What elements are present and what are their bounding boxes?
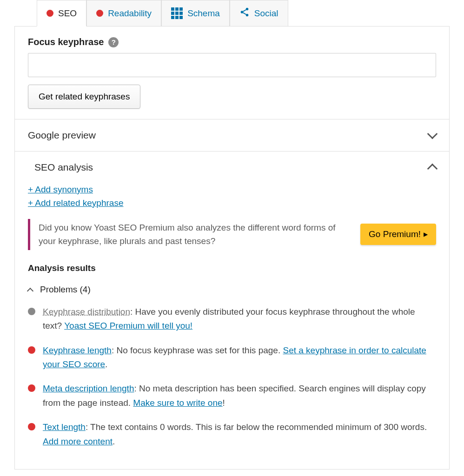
share-icon xyxy=(239,7,250,20)
result-label-link[interactable]: Keyphrase distribution xyxy=(43,307,130,317)
analysis-results-heading: Analysis results xyxy=(28,263,436,273)
results-list: Keyphrase distribution: Have you evenly … xyxy=(28,305,436,449)
chevron-up-icon xyxy=(27,288,33,294)
promo-text: Did you know Yoast SEO Premium also anal… xyxy=(39,221,351,248)
tab-label: Schema xyxy=(187,8,220,19)
result-text: Meta description length: No meta descrip… xyxy=(43,382,436,410)
result-item: Text length: The text contains 0 words. … xyxy=(28,420,436,449)
promo-button-label: Go Premium! xyxy=(369,229,421,239)
focus-keyphrase-panel: Focus keyphrase ? Get related keyphrases xyxy=(14,26,450,119)
tab-schema[interactable]: Schema xyxy=(161,0,230,26)
google-preview-toggle[interactable]: Google preview xyxy=(15,119,449,151)
go-premium-button[interactable]: Go Premium! ▶ xyxy=(360,224,436,245)
seo-analysis-body: + Add synonyms + Add related keyphrase D… xyxy=(15,183,449,469)
result-text: Keyphrase distribution: Have you evenly … xyxy=(43,305,436,333)
result-description: : The text contains 0 words. This is far… xyxy=(86,422,427,432)
bullet-icon xyxy=(28,308,35,315)
result-item: Keyphrase length: No focus keyphrase was… xyxy=(28,344,436,372)
help-icon[interactable]: ? xyxy=(108,37,119,47)
focus-keyphrase-input[interactable] xyxy=(28,53,436,77)
bullet-icon xyxy=(28,384,35,392)
result-label-link[interactable]: Meta description length xyxy=(43,383,134,393)
problems-label: Problems (4) xyxy=(40,284,91,295)
status-dot-icon xyxy=(96,10,103,17)
result-action-link[interactable]: Add more content xyxy=(43,436,113,446)
chevron-up-icon xyxy=(427,164,438,174)
svg-point-0 xyxy=(246,8,249,11)
result-label-link[interactable]: Keyphrase length xyxy=(43,345,112,355)
svg-point-2 xyxy=(246,14,249,16)
seo-analysis-toggle[interactable]: SEO analysis xyxy=(15,151,449,183)
tab-seo[interactable]: SEO xyxy=(37,0,86,26)
tab-readability[interactable]: Readability xyxy=(86,0,161,26)
result-description: : No focus keyphrase was set for this pa… xyxy=(112,345,283,355)
seo-analysis-title: SEO analysis xyxy=(34,162,93,173)
tab-bar: SEO Readability Schema Social xyxy=(37,0,450,26)
result-action-link[interactable]: Make sure to write one xyxy=(133,398,222,408)
focus-keyphrase-label: Focus keyphrase xyxy=(28,37,104,47)
tab-label: Social xyxy=(254,8,278,19)
result-text: Text length: The text contains 0 words. … xyxy=(43,420,436,449)
result-label-link[interactable]: Text length xyxy=(43,422,86,432)
triangle-right-icon: ▶ xyxy=(424,231,428,238)
result-tail: . xyxy=(113,436,115,446)
status-dot-icon xyxy=(46,10,53,17)
bullet-icon xyxy=(28,423,35,430)
bullet-icon xyxy=(28,346,35,354)
tab-social[interactable]: Social xyxy=(230,0,288,26)
svg-point-1 xyxy=(241,11,244,13)
add-related-keyphrase-link[interactable]: + Add related keyphrase xyxy=(28,198,123,208)
result-item: Meta description length: No meta descrip… xyxy=(28,382,436,410)
tab-label: Readability xyxy=(108,8,152,19)
google-preview-title: Google preview xyxy=(28,130,96,141)
add-synonyms-link[interactable]: + Add synonyms xyxy=(28,185,93,194)
grid-icon xyxy=(171,7,183,19)
get-related-keyphrases-button[interactable]: Get related keyphrases xyxy=(28,85,140,109)
chevron-down-icon xyxy=(427,129,438,139)
problems-toggle[interactable]: Problems (4) xyxy=(28,284,436,295)
result-tail: . xyxy=(105,359,107,369)
result-action-link[interactable]: Yoast SEO Premium will tell you! xyxy=(64,321,192,331)
result-text: Keyphrase length: No focus keyphrase was… xyxy=(43,344,436,372)
result-tail: ! xyxy=(223,398,225,408)
tab-label: SEO xyxy=(58,8,77,19)
premium-promo: Did you know Yoast SEO Premium also anal… xyxy=(28,219,436,250)
result-item: Keyphrase distribution: Have you evenly … xyxy=(28,305,436,333)
